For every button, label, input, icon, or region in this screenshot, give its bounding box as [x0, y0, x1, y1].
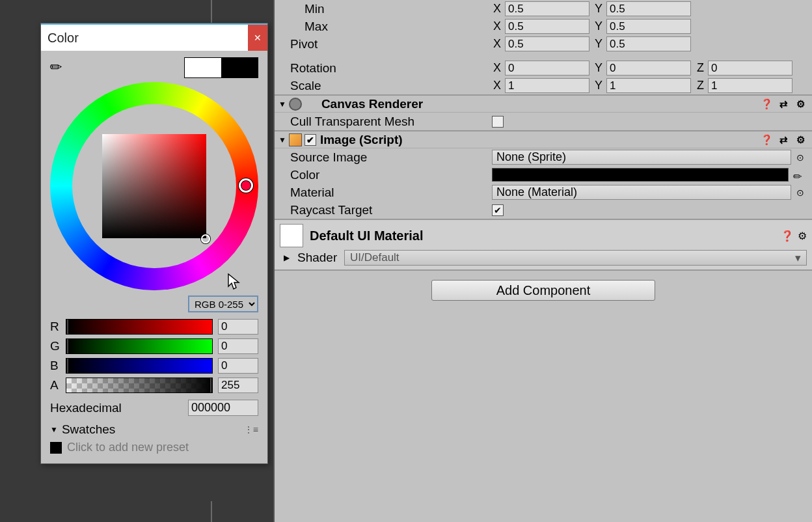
- image-enabled-checkbox[interactable]: ✔: [304, 134, 316, 146]
- cull-mesh-checkbox[interactable]: [492, 116, 504, 128]
- g-input[interactable]: [218, 338, 258, 354]
- min-label: Min: [290, 2, 492, 16]
- a-slider[interactable]: [66, 378, 213, 393]
- max-x-input[interactable]: [505, 19, 589, 34]
- scale-z-input[interactable]: [708, 78, 792, 93]
- foldout-icon[interactable]: ▼: [278, 100, 286, 109]
- object-picker-icon[interactable]: ⊙: [794, 187, 807, 198]
- swatches-menu-icon[interactable]: ⋮≡: [244, 424, 258, 435]
- add-preset-text[interactable]: Click to add new preset: [67, 441, 189, 454]
- max-label: Max: [290, 20, 492, 34]
- image-component-icon: [289, 133, 302, 146]
- rotation-label: Rotation: [290, 61, 492, 76]
- b-slider[interactable]: [66, 358, 213, 374]
- material-field[interactable]: None (Material): [492, 185, 791, 200]
- material-name: Default UI Material: [310, 228, 423, 243]
- scale-x-input[interactable]: [505, 78, 589, 93]
- foldout-icon[interactable]: ▼: [278, 135, 286, 144]
- source-image-label: Source Image: [290, 150, 492, 165]
- help-icon[interactable]: ❓: [760, 98, 773, 111]
- chevron-down-icon: ▾: [795, 251, 801, 265]
- add-component-button[interactable]: Add Component: [431, 280, 655, 301]
- pivot-x-input[interactable]: [505, 36, 589, 51]
- sv-square[interactable]: [102, 134, 206, 238]
- pivot-label: Pivot: [290, 37, 492, 51]
- canvas-renderer-title: Canvas Renderer: [321, 97, 423, 111]
- sv-marker[interactable]: [201, 234, 210, 243]
- swatch-preset-current[interactable]: [50, 442, 62, 454]
- color-picker-dialog: Color ✕ ✎ RGB 0-255 R G: [40, 23, 268, 464]
- canvas-renderer-header[interactable]: ▼ Canvas Renderer ❓ ⇄ ⚙: [275, 94, 812, 113]
- preset-icon[interactable]: ⇄: [777, 98, 790, 111]
- hex-label: Hexadecimal: [50, 401, 122, 415]
- shader-foldout-icon[interactable]: ▶: [284, 253, 290, 262]
- new-color-swatch: [221, 58, 258, 77]
- color-picker-titlebar[interactable]: Color ✕: [41, 23, 267, 51]
- help-icon[interactable]: ❓: [781, 230, 794, 242]
- rot-x-input[interactable]: [505, 61, 589, 76]
- old-color-swatch: [185, 58, 221, 77]
- raycast-label: Raycast Target: [290, 203, 492, 217]
- g-label: G: [50, 339, 61, 353]
- eyedropper-icon[interactable]: ✎: [791, 165, 809, 184]
- image-color-label: Color: [290, 168, 492, 182]
- swatches-foldout-icon[interactable]: ▼: [50, 425, 58, 434]
- color-compare-swatch: [184, 57, 258, 78]
- shader-label: Shader: [297, 251, 336, 265]
- hue-marker[interactable]: [239, 178, 253, 193]
- min-y-input[interactable]: [606, 1, 691, 16]
- pivot-y-input[interactable]: [606, 36, 691, 51]
- shader-dropdown[interactable]: UI/Default▾: [344, 250, 807, 266]
- g-slider[interactable]: [66, 338, 213, 354]
- inspector-panel: Min X Y Max X Y Pivot X Y Rotation X: [273, 0, 812, 522]
- material-block: Default UI Material ❓ ⚙ ▶ Shader UI/Defa…: [275, 219, 812, 269]
- image-title: Image (Script): [320, 133, 403, 147]
- color-mode-select[interactable]: RGB 0-255: [188, 295, 258, 312]
- object-picker-icon[interactable]: ⊙: [794, 152, 807, 163]
- help-icon[interactable]: ❓: [760, 133, 773, 146]
- r-label: R: [50, 320, 61, 334]
- rot-z-input[interactable]: [708, 61, 792, 76]
- canvas-renderer-icon: [289, 98, 302, 111]
- b-input[interactable]: [218, 358, 258, 374]
- r-slider[interactable]: [66, 319, 213, 335]
- raycast-checkbox[interactable]: ✔: [492, 204, 504, 216]
- cull-mesh-label: Cull Transparent Mesh: [290, 115, 492, 129]
- swatches-label: Swatches: [62, 422, 115, 437]
- material-preview-swatch: [280, 224, 303, 247]
- b-label: B: [50, 359, 61, 373]
- image-color-field[interactable]: [492, 168, 789, 182]
- rot-y-input[interactable]: [606, 61, 691, 76]
- r-input[interactable]: [218, 319, 258, 335]
- preset-icon[interactable]: ⇄: [777, 133, 790, 146]
- min-x-input[interactable]: [505, 1, 589, 16]
- color-picker-title: Color: [47, 31, 79, 46]
- a-label: A: [50, 378, 61, 392]
- max-y-input[interactable]: [606, 19, 691, 34]
- close-icon[interactable]: ✕: [248, 25, 267, 51]
- eyedropper-icon[interactable]: ✎: [46, 57, 66, 77]
- scale-label: Scale: [290, 79, 492, 93]
- gear-icon[interactable]: ⚙: [798, 230, 807, 242]
- source-image-field[interactable]: None (Sprite): [492, 150, 791, 165]
- gear-icon[interactable]: ⚙: [794, 133, 807, 146]
- hex-input[interactable]: [188, 400, 258, 416]
- image-header[interactable]: ▼ ✔ Image (Script) ❓ ⇄ ⚙: [275, 130, 812, 148]
- material-label: Material: [290, 185, 492, 200]
- scale-y-input[interactable]: [606, 78, 691, 93]
- a-input[interactable]: [218, 378, 258, 393]
- gear-icon[interactable]: ⚙: [794, 98, 807, 111]
